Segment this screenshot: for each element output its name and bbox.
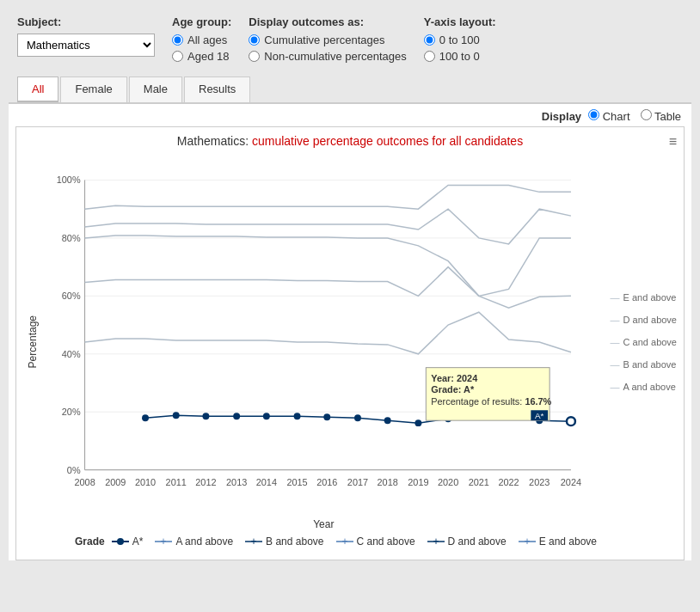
display-table-radio[interactable] <box>641 109 652 120</box>
dot-astar-2011 <box>173 412 180 419</box>
tooltip-badge-text: A* <box>535 411 544 420</box>
display-chart-label: Chart <box>603 110 630 123</box>
display-options: Chart Table <box>588 109 681 123</box>
xtick-2024: 2024 <box>561 477 581 487</box>
chart-svg-area: .grid { stroke: #ddd; stroke-width: 0.5;… <box>42 153 605 530</box>
legend-e-above: — E and above <box>611 292 677 303</box>
tab-results[interactable]: Results <box>184 76 250 102</box>
grade-e-above-icon: + <box>519 536 536 547</box>
chart-title: Mathematics: cumulative percentage outco… <box>23 134 677 148</box>
legend-e-above-label: E and above <box>623 292 677 303</box>
grade-c-above-label: C and above <box>357 536 415 548</box>
display-outcomes-label: Display outcomes as: <box>249 15 406 28</box>
svg-text:+: + <box>524 536 530 547</box>
noncumulative-radio[interactable] <box>249 51 260 62</box>
y-axis-label: Percentage <box>23 315 42 368</box>
dot-astar-2017 <box>354 414 361 421</box>
cumulative-radio[interactable] <box>249 34 260 46</box>
ytick-100: 100% <box>57 174 81 185</box>
ytick-20: 20% <box>62 407 81 417</box>
legend-c-above: — C and above <box>611 337 677 347</box>
dot-astar-2013 <box>233 413 240 419</box>
dot-astar-2012 <box>202 413 209 419</box>
tab-all[interactable]: All <box>17 76 58 102</box>
legend-e-above-icon: — <box>611 292 620 303</box>
grade-astar-icon <box>112 536 129 547</box>
xtick-2021: 2021 <box>469 477 489 487</box>
legend-a-above: — A and above <box>611 382 676 392</box>
legend-d-above-label: D and above <box>623 315 677 325</box>
tooltip-year: Year: 2024 <box>431 373 477 383</box>
display-chart-radio[interactable] <box>588 109 599 120</box>
dot-astar-2019 <box>414 419 421 426</box>
tab-female[interactable]: Female <box>60 76 126 102</box>
xtick-2010: 2010 <box>135 477 156 487</box>
legend-a-above-icon: — <box>611 382 620 392</box>
dot-astar-2018 <box>384 417 391 424</box>
chart-svg: .grid { stroke: #ddd; stroke-width: 0.5;… <box>42 153 605 514</box>
chart-container: Mathematics: cumulative percentage outco… <box>15 126 685 560</box>
xtick-2016: 2016 <box>316 477 337 487</box>
noncumulative-label: Non-cumulative percentages <box>264 50 406 63</box>
subject-label: Subject: <box>17 15 155 28</box>
ytick-40: 40% <box>62 349 81 359</box>
legend-c-above-icon: — <box>611 337 620 347</box>
age-18-row: Aged 18 <box>172 50 231 63</box>
dot-astar-2016 <box>323 413 330 420</box>
yaxis-100to0-label: 100 to 0 <box>439 50 480 63</box>
age-group: Age group: All ages Aged 18 <box>172 15 231 63</box>
ytick-60: 60% <box>62 291 81 301</box>
main-area: All Female Male Results Display Chart Ta… <box>9 71 691 560</box>
yaxis-label: Y-axis layout: <box>424 15 496 28</box>
grade-a-above-icon: + <box>155 536 172 547</box>
grade-astar-item: A* <box>112 536 144 548</box>
subject-select[interactable]: Mathematics English Science <box>17 34 155 57</box>
chart-title-plain: Mathematics: <box>177 134 252 148</box>
xtick-2012: 2012 <box>195 477 216 487</box>
tab-male[interactable]: Male <box>129 76 182 102</box>
x-axis-label: Year <box>42 518 605 530</box>
dot-astar-2024-highlight <box>567 417 575 425</box>
grade-b-above-item: + B and above <box>245 536 323 548</box>
grade-e-above-label: E and above <box>539 536 597 548</box>
xtick-2014: 2014 <box>256 477 277 487</box>
grade-c-above-item: + C and above <box>336 536 415 548</box>
hamburger-menu-icon[interactable]: ≡ <box>669 134 677 150</box>
tooltip-grade: Grade: A* <box>431 384 475 395</box>
series-a-above <box>85 312 571 354</box>
yaxis-100to0-row: 100 to 0 <box>424 50 496 63</box>
grade-legend-title: Grade <box>75 536 105 548</box>
cumulative-row: Cumulative percentages <box>249 34 406 46</box>
ytick-80: 80% <box>62 233 81 243</box>
controls-bar: Subject: Mathematics English Science Age… <box>9 9 691 71</box>
tooltip-pct-label: Percentage of results: 16.7% <box>431 396 551 407</box>
xtick-2022: 2022 <box>498 477 519 487</box>
display-table-option: Table <box>641 109 681 123</box>
grade-b-above-label: B and above <box>266 536 323 548</box>
xtick-2009: 2009 <box>105 477 126 487</box>
svg-text:+: + <box>161 536 167 547</box>
grade-c-above-icon: + <box>336 536 353 547</box>
legend-d-above-icon: — <box>611 315 620 325</box>
yaxis-100to0-radio[interactable] <box>424 51 435 62</box>
age-18-radio[interactable] <box>172 51 183 62</box>
legend-b-above-icon: — <box>611 359 620 370</box>
yaxis-0to100-radio[interactable] <box>424 34 435 46</box>
xtick-2018: 2018 <box>378 477 398 487</box>
right-legend: — E and above — D and above — C and abov… <box>605 153 677 530</box>
legend-c-above-label: C and above <box>623 337 677 347</box>
svg-text:+: + <box>433 536 439 547</box>
display-outcomes-group: Display outcomes as: Cumulative percenta… <box>249 15 406 63</box>
display-chart-option: Chart <box>588 109 629 123</box>
age-all-radio[interactable] <box>172 34 183 46</box>
display-table-label: Table <box>654 110 681 123</box>
grade-d-above-item: + D and above <box>427 536 507 548</box>
xtick-2013: 2013 <box>226 477 247 487</box>
display-row: Display Chart Table <box>9 104 691 126</box>
grade-b-above-icon: + <box>245 536 262 547</box>
dot-astar-2014 <box>263 413 270 419</box>
age-all-label: All ages <box>187 34 227 46</box>
xtick-2011: 2011 <box>166 477 187 487</box>
tabs-row: All Female Male Results <box>9 71 691 104</box>
display-label: Display <box>542 110 581 123</box>
